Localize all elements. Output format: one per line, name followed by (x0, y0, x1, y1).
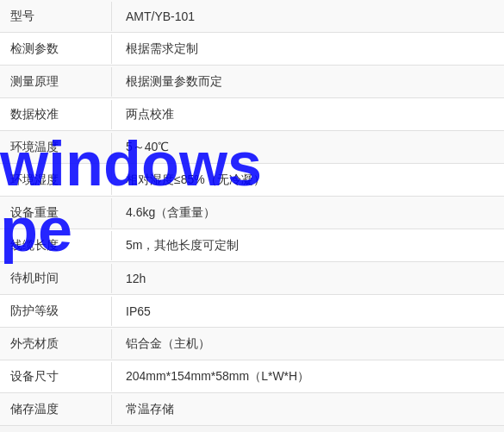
table-row: 检测参数根据需求定制 (0, 33, 504, 66)
row-value: 根据测量参数而定 (112, 67, 504, 97)
table-row: 线缆长度5m，其他长度可定制 (0, 229, 504, 262)
row-label: 测量原理 (0, 67, 112, 97)
row-label: 环境湿度 (0, 166, 112, 195)
specs-table: 型号AMT/YB-101检测参数根据需求定制测量原理根据测量参数而定数据校准两点… (0, 0, 504, 426)
row-value: 5～40℃ (112, 133, 504, 162)
row-label: 外壳材质 (0, 329, 112, 359)
row-label: 线缆长度 (0, 231, 112, 260)
row-value: 常温存储 (112, 395, 504, 424)
row-value: AMT/YB-101 (112, 3, 504, 30)
row-value: 两点校准 (112, 100, 504, 129)
row-label: 储存温度 (0, 395, 112, 424)
row-label: 数据校准 (0, 100, 112, 129)
row-value: 204mm*154mm*58mm（L*W*H） (112, 362, 504, 391)
row-label: 设备重量 (0, 198, 112, 228)
row-label: 待机时间 (0, 264, 112, 293)
row-label: 环境温度 (0, 133, 112, 162)
table-row: 环境温度5～40℃ (0, 131, 504, 164)
row-label: 设备尺寸 (0, 362, 112, 391)
table-row: 储存温度常温存储 (0, 393, 504, 426)
table-row: 外壳材质铝合金（主机） (0, 328, 504, 360)
row-value: 5m，其他长度可定制 (112, 231, 504, 260)
row-value: 4.6kg（含重量） (112, 198, 504, 228)
table-row: 数据校准两点校准 (0, 98, 504, 131)
row-label: 型号 (0, 2, 112, 31)
table-row: 设备尺寸204mm*154mm*58mm（L*W*H） (0, 360, 504, 393)
table-row: 待机时间12h (0, 262, 504, 295)
row-label: 检测参数 (0, 34, 112, 64)
table-row: 环境湿度相对湿度≤85%（无冷凝） (0, 164, 504, 197)
row-label: 防护等级 (0, 297, 112, 326)
table-row: 型号AMT/YB-101 (0, 0, 504, 33)
row-value: 铝合金（主机） (112, 329, 504, 359)
table-row: 设备重量4.6kg（含重量） (0, 197, 504, 229)
row-value: 12h (112, 265, 504, 292)
row-value: 根据需求定制 (112, 34, 504, 64)
table-row: 防护等级IP65 (0, 295, 504, 328)
row-value: IP65 (112, 297, 504, 325)
row-value: 相对湿度≤85%（无冷凝） (112, 166, 504, 195)
table-row: 测量原理根据测量参数而定 (0, 66, 504, 98)
